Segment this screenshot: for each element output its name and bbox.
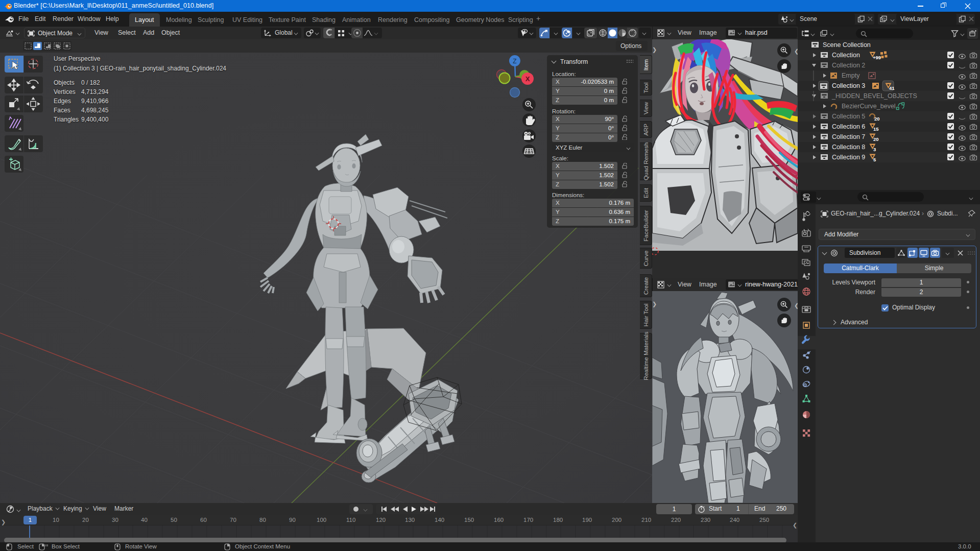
svg-text:15: 15 <box>873 126 879 132</box>
svg-text:5: 5 <box>873 157 876 162</box>
svg-text:Collection 8: Collection 8 <box>832 143 865 151</box>
svg-text:Collection 9: Collection 9 <box>832 154 865 161</box>
svg-text:Collection 2: Collection 2 <box>832 62 865 69</box>
svg-text:+99: +99 <box>873 55 881 60</box>
svg-text:Z: Z <box>513 58 516 65</box>
svg-text:_HIDDEN_BEVEL_OBJECTS: _HIDDEN_BEVEL_OBJECTS <box>831 92 917 100</box>
svg-text:Collection 7: Collection 7 <box>832 133 865 140</box>
svg-text:Scene Collection: Scene Collection <box>823 41 871 49</box>
svg-text:Empty: Empty <box>842 72 860 79</box>
svg-text:41: 41 <box>889 85 895 91</box>
svg-text:Collection 5: Collection 5 <box>832 113 865 120</box>
svg-text:BezierCurve_bevel: BezierCurve_bevel <box>842 103 896 110</box>
svg-text:Collection: Collection <box>832 52 860 59</box>
svg-text:20: 20 <box>874 116 880 122</box>
svg-text:Collection 6: Collection 6 <box>832 123 865 130</box>
svg-text:20: 20 <box>873 136 879 142</box>
svg-text:3: 3 <box>873 147 876 152</box>
svg-text:X: X <box>525 75 530 83</box>
svg-text:Collection 3: Collection 3 <box>832 82 865 89</box>
